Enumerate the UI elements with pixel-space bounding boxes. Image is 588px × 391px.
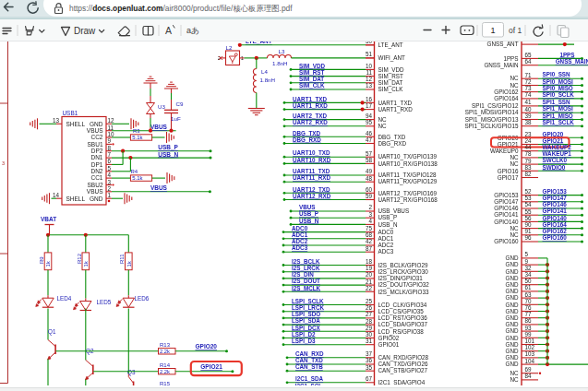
- svg-text:GND: GND: [506, 327, 519, 334]
- svg-text:LSPI_DCX: LSPI_DCX: [292, 325, 321, 331]
- svg-text:47: 47: [366, 136, 373, 143]
- svg-text:13: 13: [53, 117, 60, 124]
- svg-text:I2S_MCLK/GPIO33: I2S_MCLK/GPIO33: [378, 289, 429, 296]
- svg-text:56: 56: [525, 215, 533, 221]
- svg-text:87: 87: [366, 245, 373, 252]
- svg-text:SHELL: SHELL: [66, 196, 86, 202]
- svg-text:95: 95: [366, 119, 373, 125]
- svg-text:CAN_TXD: CAN_TXD: [295, 357, 323, 363]
- svg-text:GND: GND: [506, 261, 519, 267]
- svg-text:4: 4: [368, 218, 372, 224]
- svg-text:GND: GND: [506, 335, 519, 341]
- svg-text:NC: NC: [510, 370, 519, 376]
- svg-text:4: 4: [108, 172, 112, 178]
- svg-text:Draw: Draw: [74, 26, 96, 36]
- svg-text:UART12_RX/GPIO168: UART12_RX/GPIO168: [378, 196, 438, 204]
- svg-text:51: 51: [366, 51, 373, 57]
- svg-text:38: 38: [525, 119, 533, 125]
- svg-text:C9: C9: [176, 101, 184, 107]
- svg-text:44: 44: [525, 144, 533, 150]
- svg-text:20: 20: [366, 271, 373, 278]
- svg-text:UART1_RXD: UART1_RXD: [378, 106, 414, 113]
- svg-text:53: 53: [525, 195, 533, 201]
- svg-text:35: 35: [366, 364, 373, 371]
- svg-text:12: 12: [366, 76, 373, 82]
- svg-text:13: 13: [366, 82, 373, 89]
- svg-text:73: 73: [525, 85, 533, 91]
- svg-text:GND: GND: [90, 121, 103, 127]
- svg-text:14: 14: [53, 192, 60, 198]
- svg-text:USB_N: USB_N: [378, 221, 398, 229]
- svg-text:GPIO02: GPIO02: [378, 335, 400, 341]
- svg-text:WIFI_ANT: WIFI_ANT: [378, 54, 406, 62]
- svg-text:R14: R14: [160, 362, 171, 368]
- svg-text:SWDIO0: SWDIO0: [543, 164, 566, 171]
- svg-text:3: 3: [368, 211, 372, 218]
- svg-text:I2S_MCLK: I2S_MCLK: [292, 285, 321, 291]
- svg-text:CAN_STB: CAN_STB: [295, 363, 323, 370]
- svg-text:50: 50: [525, 278, 533, 284]
- svg-text:2: 2: [368, 204, 372, 210]
- svg-text:GPIO147: GPIO147: [494, 198, 519, 205]
- svg-text:59: 59: [366, 193, 373, 199]
- svg-text:WAKEUP2: WAKEUP2: [543, 144, 572, 150]
- svg-text:VBUS: VBUS: [150, 124, 168, 130]
- svg-text:CAN_STB/GPIO27: CAN_STB/GPIO27: [378, 367, 428, 374]
- svg-text:U3: U3: [158, 103, 165, 110]
- svg-text:DN2: DN2: [90, 168, 102, 174]
- svg-text:GND: GND: [506, 255, 519, 261]
- svg-text:R9: R9: [39, 256, 44, 264]
- svg-text:SBU2: SBU2: [88, 182, 103, 188]
- svg-text:SPI1_MISO: SPI1_MISO: [543, 113, 573, 119]
- svg-text:I2C1_SDA/GPIO4: I2C1_SDA/GPIO4: [378, 379, 426, 385]
- svg-text:GPIO160: GPIO160: [494, 238, 519, 244]
- svg-text:ADC2: ADC2: [292, 238, 308, 244]
- svg-text:54: 54: [525, 201, 533, 207]
- svg-text:68: 68: [366, 231, 373, 238]
- svg-text:I2S_DIN: I2S_DIN: [292, 271, 314, 278]
- svg-text:GPIO146: GPIO146: [543, 201, 568, 207]
- svg-text:17: 17: [366, 102, 373, 109]
- svg-text:USB_N: USB_N: [158, 151, 178, 158]
- svg-text:1k: 1k: [45, 260, 51, 267]
- svg-text:GPIO20: GPIO20: [196, 343, 218, 350]
- svg-text:VBUS: VBUS: [299, 204, 316, 210]
- svg-text:5.1k: 5.1k: [132, 135, 143, 140]
- svg-text:GPIO140: GPIO140: [543, 215, 568, 221]
- svg-text:NC: NC: [510, 376, 519, 383]
- svg-text:83: 83: [525, 164, 533, 171]
- svg-text:55: 55: [525, 208, 533, 215]
- svg-text:GND: GND: [506, 314, 519, 321]
- svg-text:16: 16: [366, 96, 373, 102]
- svg-text:SHELL: SHELL: [66, 121, 86, 127]
- svg-text:GPIO162: GPIO162: [494, 89, 519, 95]
- svg-text:30: 30: [366, 331, 373, 338]
- svg-text:76: 76: [525, 304, 533, 311]
- svg-text:R12: R12: [77, 253, 82, 264]
- svg-text:84: 84: [525, 373, 533, 379]
- svg-text:L4: L4: [261, 68, 268, 75]
- svg-text:5: 5: [525, 251, 529, 257]
- svg-text:VBAT: VBAT: [41, 216, 56, 222]
- svg-text:GPIO20: GPIO20: [543, 131, 564, 137]
- svg-text:57: 57: [366, 150, 373, 157]
- svg-text:29: 29: [366, 325, 373, 331]
- svg-text:LSPI_D3: LSPI_D3: [292, 338, 316, 344]
- svg-text:UART10_RXD: UART10_RXD: [293, 157, 331, 163]
- svg-text:UART11_RXD: UART11_RXD: [293, 174, 330, 181]
- svg-text:GNSS_ANT: GNSS_ANT: [487, 41, 519, 48]
- svg-text:96: 96: [525, 234, 533, 241]
- svg-text:ADC0: ADC0: [378, 229, 394, 235]
- svg-text:DBG_RXD: DBG_RXD: [378, 140, 407, 148]
- svg-text:UART11_RX/GPIO129: UART11_RX/GPIO129: [378, 178, 438, 185]
- svg-text:GND: GND: [506, 302, 519, 308]
- svg-text:LED6: LED6: [135, 295, 150, 302]
- svg-text:48: 48: [366, 175, 373, 182]
- svg-text:10: 10: [108, 131, 115, 137]
- svg-text:GND: GND: [506, 275, 519, 281]
- svg-text:SBU1: SBU1: [88, 141, 103, 148]
- svg-text:49: 49: [366, 168, 373, 174]
- svg-text:5: 5: [108, 165, 112, 172]
- svg-text:ADC1: ADC1: [292, 231, 308, 238]
- svg-text:LED5: LED5: [97, 299, 112, 305]
